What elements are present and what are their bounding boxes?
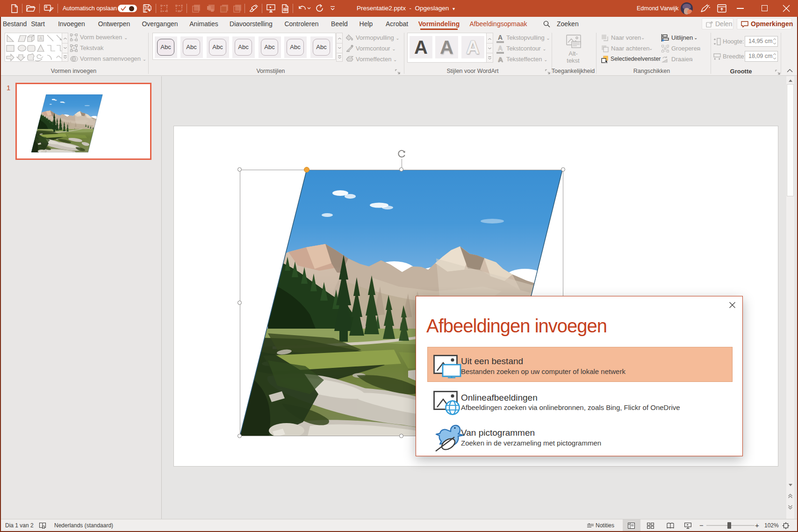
svg-text:A: A: [39, 36, 43, 41]
svg-text:A: A: [72, 46, 75, 50]
